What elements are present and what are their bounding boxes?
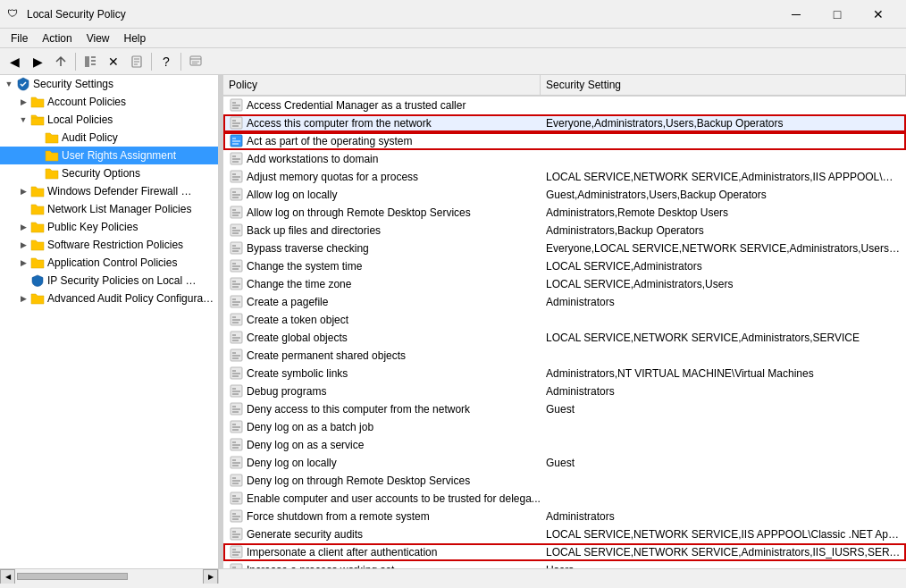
- tree-expand-advanced[interactable]: ▶: [16, 291, 30, 306]
- list-item[interactable]: Change the system time LOCAL SERVICE,Adm…: [223, 257, 906, 275]
- list-item[interactable]: Increase a process working set Users: [223, 561, 906, 568]
- list-item[interactable]: Back up files and directories Administra…: [223, 222, 906, 239]
- tree-item-security-options[interactable]: Security Options: [0, 164, 218, 182]
- policy-cell: Impersonate a client after authenticatio…: [223, 543, 541, 561]
- svg-rect-2: [91, 60, 96, 62]
- policy-cell: Deny log on as a batch job: [223, 418, 541, 436]
- policy-icon: [229, 206, 243, 220]
- tree-item-network-list[interactable]: Network List Manager Policies: [0, 200, 218, 218]
- tree-item-audit-policy[interactable]: Audit Policy: [0, 129, 218, 147]
- tree-item-public-key[interactable]: ▶ Public Key Policies: [0, 218, 218, 236]
- policy-icon: [229, 491, 243, 506]
- list-item[interactable]: Deny log on through Remote Desktop Servi…: [223, 472, 906, 490]
- list-item[interactable]: Deny log on locally Guest: [223, 454, 906, 472]
- tree-item-app-control[interactable]: ▶ Application Control Policies: [0, 254, 218, 272]
- back-button[interactable]: ◀: [4, 51, 25, 72]
- list-item[interactable]: Debug programs Administrators: [223, 382, 906, 400]
- list-item[interactable]: Create permanent shared objects: [223, 347, 906, 365]
- maximize-button[interactable]: □: [817, 0, 858, 29]
- tree-expand-software[interactable]: ▶: [16, 238, 30, 252]
- help-button[interactable]: ?: [155, 51, 177, 72]
- forward-button[interactable]: ▶: [27, 51, 48, 72]
- tree-expand-public-key[interactable]: ▶: [16, 220, 30, 234]
- tree-label-audit-policy: Audit Policy: [62, 131, 118, 144]
- list-item[interactable]: Deny log on as a service: [223, 436, 906, 454]
- security-cell: [541, 443, 906, 447]
- tree-expand-account[interactable]: ▶: [16, 95, 30, 109]
- window-controls: ─ □ ✕: [776, 0, 899, 29]
- show-hide-console-button[interactable]: [80, 51, 101, 72]
- tree-panel: ▼ Security Settings ▶ Account Policies ▼: [0, 75, 219, 568]
- list-item[interactable]: Allow log on locally Guest,Administrator…: [223, 186, 906, 204]
- close-button[interactable]: ✕: [858, 0, 899, 29]
- list-item[interactable]: Create global objects LOCAL SERVICE,NETW…: [223, 329, 906, 347]
- list-item[interactable]: Act as part of the operating system: [223, 132, 906, 150]
- export-button[interactable]: [185, 51, 206, 72]
- menu-file[interactable]: File: [4, 30, 35, 46]
- tree-expand-app[interactable]: ▶: [16, 256, 30, 270]
- tree-item-local-policies[interactable]: ▼ Local Policies: [0, 111, 218, 129]
- list-item[interactable]: Access Credential Manager as a trusted c…: [223, 97, 906, 114]
- list-item[interactable]: Allow log on through Remote Desktop Serv…: [223, 204, 906, 222]
- svg-rect-0: [85, 56, 89, 67]
- list-item[interactable]: Enable computer and user accounts to be …: [223, 490, 906, 508]
- toolbar-sep-3: [180, 53, 181, 71]
- tree-label-user-rights: User Rights Assignment: [62, 149, 176, 162]
- tree-label-network-list: Network List Manager Policies: [47, 203, 191, 215]
- policy-cell: Create global objects: [223, 329, 541, 347]
- tree-item-advanced-audit[interactable]: ▶ Advanced Audit Policy Configuration: [0, 290, 218, 307]
- list-item[interactable]: Adjust memory quotas for a process LOCAL…: [223, 168, 906, 186]
- tree-scroll[interactable]: ▼ Security Settings ▶ Account Policies ▼: [0, 75, 218, 568]
- list-item[interactable]: Change the time zone LOCAL SERVICE,Admin…: [223, 275, 906, 293]
- up-button[interactable]: [50, 51, 71, 72]
- list-item[interactable]: Create a pagefile Administrators: [223, 293, 906, 311]
- security-cell: [541, 318, 906, 322]
- properties-button[interactable]: [126, 51, 147, 72]
- scroll-right-button[interactable]: ▶: [203, 569, 218, 584]
- policy-icon: [229, 152, 243, 166]
- list-item[interactable]: Create a token object: [223, 311, 906, 329]
- policy-icon: [229, 527, 243, 542]
- menu-view[interactable]: View: [80, 30, 117, 46]
- minimize-button[interactable]: ─: [776, 0, 817, 29]
- list-item[interactable]: Deny log on as a batch job: [223, 418, 906, 436]
- policy-icon: [229, 295, 243, 309]
- tree-expand-local[interactable]: ▼: [16, 113, 30, 127]
- tree-item-account-policies[interactable]: ▶ Account Policies: [0, 93, 218, 111]
- policy-icon: [229, 98, 243, 113]
- policy-icon: [229, 563, 243, 569]
- security-cell: Administrators,Remote Desktop Users: [541, 205, 906, 221]
- list-item[interactable]: Impersonate a client after authenticatio…: [223, 543, 906, 561]
- policy-icon: [229, 402, 243, 416]
- list-body[interactable]: Access Credential Manager as a trusted c…: [223, 97, 906, 568]
- list-item[interactable]: Bypass traverse checking Everyone,LOCAL …: [223, 239, 906, 257]
- delete-button[interactable]: ✕: [103, 51, 124, 72]
- policy-icon: [229, 277, 243, 291]
- list-item[interactable]: Deny access to this computer from the ne…: [223, 400, 906, 418]
- software-restriction-icon: [30, 238, 45, 252]
- tree-expand-security[interactable]: ▼: [2, 77, 16, 91]
- list-item[interactable]: Add workstations to domain: [223, 150, 906, 168]
- policy-cell: Create permanent shared objects: [223, 347, 541, 365]
- menu-action[interactable]: Action: [35, 30, 79, 46]
- list-item[interactable]: Force shutdown from a remote system Admi…: [223, 508, 906, 525]
- toolbar-sep-2: [151, 53, 152, 71]
- tree-expand-defender[interactable]: ▶: [16, 184, 30, 198]
- tree-item-ip-security[interactable]: IP Security Policies on Local Compute...: [0, 272, 218, 290]
- policy-cell: Add workstations to domain: [223, 150, 541, 168]
- tree-item-security-settings[interactable]: ▼ Security Settings: [0, 75, 218, 93]
- list-item[interactable]: Access this computer from the network Ev…: [223, 114, 906, 132]
- list-item[interactable]: Create symbolic links Administrators,NT …: [223, 365, 906, 382]
- horizontal-scrollbar[interactable]: ◀ ▶: [0, 568, 906, 584]
- tree-item-software-restriction[interactable]: ▶ Software Restriction Policies: [0, 236, 218, 254]
- header-policy[interactable]: Policy: [223, 75, 541, 95]
- account-policies-icon: [30, 95, 45, 109]
- tree-item-user-rights[interactable]: User Rights Assignment: [0, 147, 218, 164]
- scroll-left-button[interactable]: ◀: [0, 569, 15, 584]
- tree-item-windows-defender[interactable]: ▶ Windows Defender Firewall with Adva...: [0, 182, 218, 200]
- tree-label-local-policies: Local Policies: [47, 113, 113, 126]
- header-security[interactable]: Security Setting: [541, 75, 906, 95]
- policy-cell: Act as part of the operating system: [223, 132, 541, 150]
- list-item[interactable]: Generate security audits LOCAL SERVICE,N…: [223, 525, 906, 543]
- menu-help[interactable]: Help: [117, 30, 154, 46]
